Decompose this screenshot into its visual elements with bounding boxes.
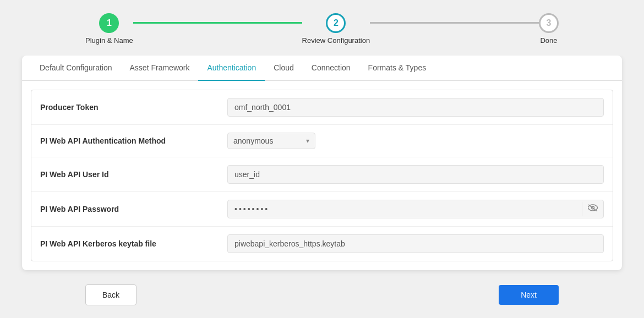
value-producer-token[interactable]: omf_north_0001 xyxy=(227,98,604,117)
step-2-label: Review Configuration xyxy=(302,36,370,45)
label-password: PI Web API Password xyxy=(40,205,227,213)
step-line-2 xyxy=(370,22,539,24)
step-1: 1 Plugin & Name xyxy=(85,13,133,45)
chevron-down-icon: ▾ xyxy=(306,137,309,145)
toggle-password-visibility-button[interactable] xyxy=(582,202,603,216)
footer: Back Next xyxy=(0,275,644,315)
password-wrapper xyxy=(227,200,604,218)
input-password[interactable] xyxy=(228,200,582,218)
form-area: Producer Token omf_north_0001 PI Web API… xyxy=(31,90,613,261)
step-3-circle: 3 xyxy=(539,13,559,33)
tab-authentication[interactable]: Authentication xyxy=(198,56,265,81)
step-1-label: Plugin & Name xyxy=(85,36,133,45)
step-2-circle: 2 xyxy=(326,13,346,33)
form-row-kerberos: PI Web API Kerberos keytab file piwebapi… xyxy=(31,227,613,261)
tab-asset-framework[interactable]: Asset Framework xyxy=(121,56,199,81)
tab-bar: Default Configuration Asset Framework Au… xyxy=(22,56,622,81)
main-card: Default Configuration Asset Framework Au… xyxy=(22,56,622,270)
tab-formats-types[interactable]: Formats & Types xyxy=(359,56,435,81)
step-3: 3 Done xyxy=(539,13,559,45)
step-3-label: Done xyxy=(540,36,557,45)
select-auth-method-value: anonymous xyxy=(233,136,273,145)
value-user-id[interactable]: user_id xyxy=(227,165,604,184)
back-button[interactable]: Back xyxy=(85,284,137,305)
step-2: 2 Review Configuration xyxy=(302,13,370,45)
label-user-id: PI Web API User Id xyxy=(40,170,227,179)
next-button[interactable]: Next xyxy=(499,285,559,305)
select-auth-method[interactable]: anonymous ▾ xyxy=(227,133,315,149)
tab-connection[interactable]: Connection xyxy=(303,56,359,81)
tab-default-configuration[interactable]: Default Configuration xyxy=(31,56,121,81)
form-row-producer-token: Producer Token omf_north_0001 xyxy=(31,90,613,125)
label-auth-method: PI Web API Authentication Method xyxy=(40,136,227,145)
stepper: 1 Plugin & Name 2 Review Configuration 3… xyxy=(0,0,644,56)
step-line-1 xyxy=(133,22,302,24)
tab-cloud[interactable]: Cloud xyxy=(265,56,303,81)
value-kerberos[interactable]: piwebapi_kerberos_https.keytab xyxy=(227,234,604,253)
form-row-user-id: PI Web API User Id user_id xyxy=(31,157,613,192)
step-1-circle: 1 xyxy=(99,13,119,33)
label-kerberos: PI Web API Kerberos keytab file xyxy=(40,239,227,248)
form-row-auth-method: PI Web API Authentication Method anonymo… xyxy=(31,125,613,157)
form-row-password: PI Web API Password xyxy=(31,192,613,227)
label-producer-token: Producer Token xyxy=(40,103,227,112)
